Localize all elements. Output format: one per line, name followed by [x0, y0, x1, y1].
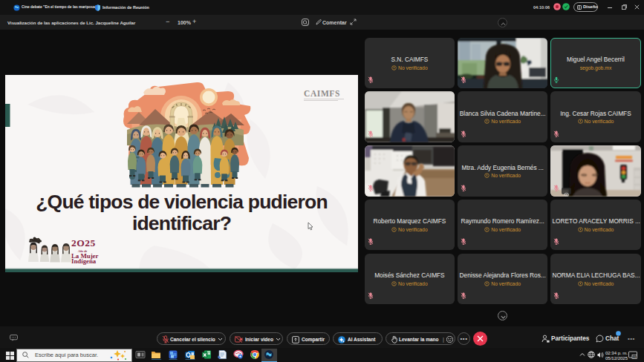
svg-text:23: 23	[633, 356, 636, 359]
